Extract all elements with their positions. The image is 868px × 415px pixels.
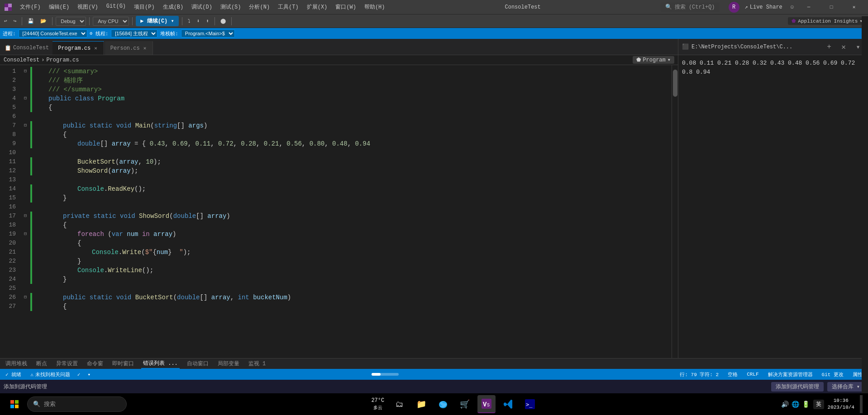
breadcrumb-symbol-selector[interactable]: ⬟ Program ▾: [633, 56, 674, 64]
status-line-ending[interactable]: CRLF: [745, 372, 760, 377]
redo-btn[interactable]: ↪: [11, 17, 19, 25]
save-btn[interactable]: 💾: [25, 17, 36, 25]
code-editor[interactable]: 1 2 3 4 5 6 7 8 9 10 11 12 13 14 15 16 1…: [0, 65, 678, 358]
status-filter[interactable]: ▾: [86, 372, 92, 377]
undo-btn[interactable]: ↩: [2, 17, 10, 25]
panel-tab-bar: ⬛ E:\NetProjects\ConsoleTest\C... + ✕ ▾: [678, 39, 868, 55]
fold-26[interactable]: ⊟: [20, 293, 30, 302]
fold-7[interactable]: ⊟: [20, 121, 30, 130]
fold-17[interactable]: ⊟: [20, 212, 30, 221]
show-desktop-btn[interactable]: [860, 395, 863, 413]
fold-19[interactable]: ⊟: [20, 230, 30, 239]
status-no-issues[interactable]: ⚠ 未找到相关问题: [29, 371, 72, 378]
taskbar-terminal[interactable]: >_: [521, 395, 539, 413]
status-ready[interactable]: ✓ 就绪: [4, 371, 23, 378]
panel-close[interactable]: ✕: [837, 41, 850, 53]
line-num-2: 2: [0, 76, 16, 85]
taskbar-file-explorer[interactable]: 🗂: [391, 395, 409, 413]
clock[interactable]: 10:36 2023/10/4: [828, 397, 854, 411]
scrollbar-thumb[interactable]: [673, 70, 677, 97]
system-tray[interactable]: 🔊 🌐 🔋: [781, 401, 810, 408]
menu-view[interactable]: 视图(V): [74, 2, 102, 12]
svg-rect-1: [8, 4, 12, 7]
bottom-tab-locals[interactable]: 局部变量: [216, 358, 241, 369]
svg-rect-4: [10, 400, 14, 404]
status-solution-explorer[interactable]: 解决方案资源管理器: [766, 371, 815, 378]
bottom-tab-exceptions[interactable]: 异常设置: [54, 358, 80, 369]
status-bar-right: 行: 79 字符: 2 空格 CRLF 解决方案资源管理器 Git 更改 属性: [678, 371, 864, 378]
thread-dropdown[interactable]: [15684] 主线程: [111, 29, 157, 38]
bottom-tab-command[interactable]: 命令窗: [85, 358, 105, 369]
menu-test[interactable]: 测试(S): [217, 2, 245, 12]
tab-person-cs[interactable]: Person.cs ✕: [105, 41, 153, 55]
status-line-col[interactable]: 行: 79 字符: 2: [678, 371, 720, 378]
fold-9: [20, 139, 30, 148]
live-share-btn[interactable]: ↗ Live Share: [745, 4, 786, 10]
taskbar-vs[interactable]: V S: [477, 395, 496, 413]
taskbar-widgets[interactable]: 27°C 多云: [369, 395, 387, 413]
feedback-btn[interactable]: ☺: [788, 4, 796, 10]
process-dropdown[interactable]: [24440] ConsoleTest.exe: [19, 29, 87, 38]
toolbar-step-into[interactable]: ⬇: [195, 17, 202, 25]
debug-config-dropdown[interactable]: Debug: [56, 17, 86, 26]
tab-program-cs[interactable]: Program.cs ✕: [52, 41, 104, 55]
cpu-target-dropdown[interactable]: Any CPU: [93, 17, 129, 26]
menu-debug[interactable]: 调试(D): [188, 2, 216, 12]
toolbar-step-over[interactable]: ⤵: [186, 17, 193, 25]
terminal-content[interactable]: 0.08 0.11 0.21 0.28 0.32 0.43 0.48 0.56 …: [678, 55, 868, 358]
user-avatar[interactable]: R: [729, 2, 739, 13]
search-box-title[interactable]: 🔍 搜索 (Ctrl+Q): [661, 2, 720, 12]
taskbar-vscode[interactable]: [499, 395, 517, 413]
menu-window[interactable]: 窗口(W): [332, 2, 360, 12]
menu-build[interactable]: 生成(B): [159, 2, 187, 12]
toolbar-sep-4: [132, 17, 133, 25]
menu-project[interactable]: 项目(P): [130, 2, 158, 12]
menu-tools[interactable]: 工具(T): [274, 2, 302, 12]
select-repo-btn[interactable]: 选择合库 ▾: [827, 382, 864, 391]
bottom-tab-watch[interactable]: 监视 1: [247, 358, 267, 369]
maximize-button[interactable]: □: [821, 0, 842, 14]
status-spaces[interactable]: 空格: [726, 371, 739, 378]
open-btn[interactable]: 📂: [38, 17, 49, 25]
fold-1[interactable]: ⊟: [20, 67, 30, 76]
app-insights-btn[interactable]: ⬟ Application Insights ▾: [788, 17, 866, 25]
menu-extensions[interactable]: 扩展(X): [303, 2, 331, 12]
taskbar-folder[interactable]: 📁: [412, 395, 430, 413]
bottom-tab-immediate[interactable]: 即时窗口: [110, 358, 136, 369]
code-line-10: [34, 148, 672, 157]
line-num-11: 11: [0, 157, 16, 166]
taskbar-edge[interactable]: [434, 395, 452, 413]
tab-close-person[interactable]: ✕: [143, 45, 148, 52]
start-button[interactable]: [5, 395, 24, 413]
menu-file[interactable]: 文件(F): [16, 2, 44, 12]
bottom-tab-auto[interactable]: 自动窗口: [185, 358, 210, 369]
taskbar-store[interactable]: 🛒: [456, 395, 474, 413]
menu-analyze[interactable]: 分析(N): [245, 2, 273, 12]
close-button[interactable]: ✕: [844, 0, 864, 14]
stack-dropdown[interactable]: Program.<Main>$: [181, 29, 235, 38]
fold-4[interactable]: ⊟: [20, 94, 30, 103]
menu-help[interactable]: 帮助(H): [361, 2, 389, 12]
bottom-tab-callstack[interactable]: 调用堆栈: [4, 358, 29, 369]
code-content-area[interactable]: /// <summary> /// 桶排序 /// </summary> pub…: [32, 65, 672, 358]
status-git-changes[interactable]: Git 更改: [820, 371, 845, 378]
start-debug-button[interactable]: ▶ 继续(C) ▾: [136, 16, 178, 26]
taskbar-search[interactable]: 🔍 搜索: [27, 396, 127, 412]
panel-new-tab[interactable]: +: [823, 41, 835, 53]
search-icon: 🔍: [665, 4, 672, 10]
add-source-btn[interactable]: 添加到源代码管理: [771, 382, 824, 391]
menu-git[interactable]: Git(G): [103, 2, 129, 12]
toolbar-breakpoint[interactable]: ⬤: [218, 17, 228, 25]
menu-edit[interactable]: 编辑(E): [45, 2, 73, 12]
breadcrumb-sep: ›: [41, 57, 44, 63]
editor-scrollbar[interactable]: [672, 65, 678, 358]
tab-close-program[interactable]: ✕: [93, 45, 98, 52]
fold-23: [20, 266, 30, 275]
bottom-tab-errors[interactable]: 错误列表 ...: [141, 358, 180, 369]
toolbar-step-out[interactable]: ⬆: [204, 17, 211, 25]
minimize-button[interactable]: ─: [798, 0, 819, 14]
language-indicator[interactable]: 英: [813, 400, 824, 409]
bottom-tab-breakpoints[interactable]: 断点: [34, 358, 49, 369]
no-issues-label: 未找到相关问题: [35, 371, 70, 378]
panel-scrollbar[interactable]: [862, 16, 868, 415]
